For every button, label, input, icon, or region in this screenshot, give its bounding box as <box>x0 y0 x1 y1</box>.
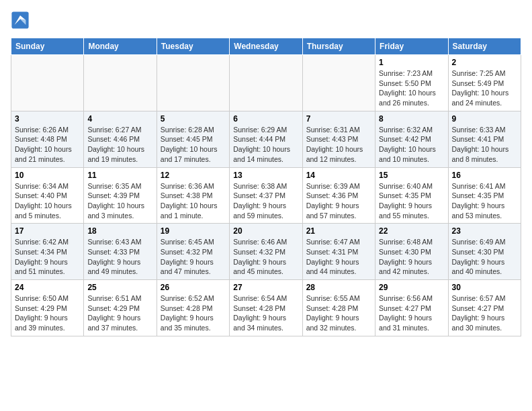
calendar-cell: 13Sunrise: 6:38 AM Sunset: 4:37 PM Dayli… <box>230 167 302 224</box>
weekday-header: Saturday <box>448 38 521 55</box>
calendar-week-row: 1Sunrise: 7:23 AM Sunset: 5:50 PM Daylig… <box>11 55 521 111</box>
calendar-cell: 9Sunrise: 6:33 AM Sunset: 4:41 PM Daylig… <box>448 111 521 167</box>
calendar-cell: 23Sunrise: 6:49 AM Sunset: 4:30 PM Dayli… <box>448 224 521 280</box>
calendar-cell: 30Sunrise: 6:57 AM Sunset: 4:27 PM Dayli… <box>448 280 521 336</box>
day-number: 3 <box>15 114 80 124</box>
day-info: Sunrise: 6:47 AM Sunset: 4:31 PM Dayligh… <box>306 237 371 277</box>
calendar-cell: 28Sunrise: 6:55 AM Sunset: 4:28 PM Dayli… <box>302 280 375 336</box>
day-number: 29 <box>379 283 444 292</box>
day-number: 12 <box>161 171 226 180</box>
day-number: 6 <box>233 114 298 124</box>
day-number: 4 <box>87 114 152 124</box>
calendar-week-row: 3Sunrise: 6:26 AM Sunset: 4:48 PM Daylig… <box>11 111 521 167</box>
calendar-cell: 21Sunrise: 6:47 AM Sunset: 4:31 PM Dayli… <box>302 224 375 280</box>
calendar-cell: 25Sunrise: 6:51 AM Sunset: 4:29 PM Dayli… <box>84 280 157 336</box>
calendar-cell: 4Sunrise: 6:27 AM Sunset: 4:46 PM Daylig… <box>84 111 157 167</box>
weekday-header: Friday <box>375 38 448 55</box>
day-info: Sunrise: 6:31 AM Sunset: 4:43 PM Dayligh… <box>306 125 371 165</box>
calendar-cell: 5Sunrise: 6:28 AM Sunset: 4:45 PM Daylig… <box>157 111 229 167</box>
day-info: Sunrise: 6:33 AM Sunset: 4:41 PM Dayligh… <box>452 125 517 165</box>
day-info: Sunrise: 6:48 AM Sunset: 4:30 PM Dayligh… <box>379 237 444 277</box>
day-number: 10 <box>15 171 80 180</box>
day-info: Sunrise: 6:35 AM Sunset: 4:39 PM Dayligh… <box>87 181 152 221</box>
calendar-cell: 16Sunrise: 6:41 AM Sunset: 4:35 PM Dayli… <box>448 167 521 224</box>
day-info: Sunrise: 6:43 AM Sunset: 4:33 PM Dayligh… <box>87 237 152 277</box>
calendar-table: SundayMondayTuesdayWednesdayThursdayFrid… <box>11 38 521 336</box>
day-info: Sunrise: 6:46 AM Sunset: 4:32 PM Dayligh… <box>233 237 298 277</box>
day-number: 21 <box>306 226 371 236</box>
day-number: 26 <box>161 283 226 292</box>
day-number: 15 <box>379 171 444 180</box>
day-info: Sunrise: 6:29 AM Sunset: 4:44 PM Dayligh… <box>233 125 298 165</box>
day-number: 18 <box>87 226 152 236</box>
calendar-cell: 10Sunrise: 6:34 AM Sunset: 4:40 PM Dayli… <box>11 167 84 224</box>
page-header <box>11 11 521 30</box>
calendar-cell: 24Sunrise: 6:50 AM Sunset: 4:29 PM Dayli… <box>11 280 84 336</box>
day-number: 9 <box>452 114 517 124</box>
day-number: 25 <box>87 283 152 292</box>
day-number: 1 <box>379 58 444 67</box>
day-info: Sunrise: 6:51 AM Sunset: 4:29 PM Dayligh… <box>87 293 152 333</box>
calendar-cell <box>230 55 302 111</box>
calendar-cell <box>11 55 84 111</box>
day-number: 30 <box>452 283 517 292</box>
calendar-cell: 7Sunrise: 6:31 AM Sunset: 4:43 PM Daylig… <box>302 111 375 167</box>
day-number: 20 <box>233 226 298 236</box>
day-number: 8 <box>379 114 444 124</box>
weekday-header: Wednesday <box>230 38 302 55</box>
day-info: Sunrise: 6:32 AM Sunset: 4:42 PM Dayligh… <box>379 125 444 165</box>
calendar-cell: 2Sunrise: 7:25 AM Sunset: 5:49 PM Daylig… <box>448 55 521 111</box>
day-info: Sunrise: 6:34 AM Sunset: 4:40 PM Dayligh… <box>15 181 80 221</box>
calendar-cell <box>84 55 157 111</box>
day-info: Sunrise: 7:25 AM Sunset: 5:49 PM Dayligh… <box>452 68 517 108</box>
day-number: 27 <box>233 283 298 292</box>
calendar-cell: 11Sunrise: 6:35 AM Sunset: 4:39 PM Dayli… <box>84 167 157 224</box>
day-info: Sunrise: 6:42 AM Sunset: 4:34 PM Dayligh… <box>15 237 80 277</box>
calendar-cell: 6Sunrise: 6:29 AM Sunset: 4:44 PM Daylig… <box>230 111 302 167</box>
day-info: Sunrise: 6:50 AM Sunset: 4:29 PM Dayligh… <box>15 293 80 333</box>
day-info: Sunrise: 6:39 AM Sunset: 4:36 PM Dayligh… <box>306 181 371 221</box>
calendar-cell: 19Sunrise: 6:45 AM Sunset: 4:32 PM Dayli… <box>157 224 229 280</box>
day-number: 11 <box>87 171 152 180</box>
day-number: 14 <box>306 171 371 180</box>
day-number: 13 <box>233 171 298 180</box>
day-number: 28 <box>306 283 371 292</box>
day-info: Sunrise: 6:57 AM Sunset: 4:27 PM Dayligh… <box>452 293 517 333</box>
svg-rect-0 <box>11 11 28 28</box>
weekday-header: Tuesday <box>157 38 229 55</box>
calendar-cell: 1Sunrise: 7:23 AM Sunset: 5:50 PM Daylig… <box>375 55 448 111</box>
calendar-cell: 8Sunrise: 6:32 AM Sunset: 4:42 PM Daylig… <box>375 111 448 167</box>
calendar-cell: 12Sunrise: 6:36 AM Sunset: 4:38 PM Dayli… <box>157 167 229 224</box>
day-number: 2 <box>452 58 517 67</box>
calendar-cell: 14Sunrise: 6:39 AM Sunset: 4:36 PM Dayli… <box>302 167 375 224</box>
day-number: 19 <box>161 226 226 236</box>
calendar-week-row: 17Sunrise: 6:42 AM Sunset: 4:34 PM Dayli… <box>11 224 521 280</box>
day-info: Sunrise: 6:27 AM Sunset: 4:46 PM Dayligh… <box>87 125 152 165</box>
day-info: Sunrise: 6:52 AM Sunset: 4:28 PM Dayligh… <box>161 293 226 333</box>
calendar-header-row: SundayMondayTuesdayWednesdayThursdayFrid… <box>11 38 521 55</box>
calendar-cell: 29Sunrise: 6:56 AM Sunset: 4:27 PM Dayli… <box>375 280 448 336</box>
logo <box>11 11 31 30</box>
calendar-cell <box>157 55 229 111</box>
day-number: 5 <box>161 114 226 124</box>
day-info: Sunrise: 6:56 AM Sunset: 4:27 PM Dayligh… <box>379 293 444 333</box>
day-info: Sunrise: 6:49 AM Sunset: 4:30 PM Dayligh… <box>452 237 517 277</box>
day-number: 16 <box>452 171 517 180</box>
calendar-cell: 18Sunrise: 6:43 AM Sunset: 4:33 PM Dayli… <box>84 224 157 280</box>
day-info: Sunrise: 6:28 AM Sunset: 4:45 PM Dayligh… <box>161 125 226 165</box>
calendar-week-row: 10Sunrise: 6:34 AM Sunset: 4:40 PM Dayli… <box>11 167 521 224</box>
calendar-cell: 20Sunrise: 6:46 AM Sunset: 4:32 PM Dayli… <box>230 224 302 280</box>
calendar-cell: 15Sunrise: 6:40 AM Sunset: 4:35 PM Dayli… <box>375 167 448 224</box>
calendar-cell: 27Sunrise: 6:54 AM Sunset: 4:28 PM Dayli… <box>230 280 302 336</box>
day-info: Sunrise: 6:41 AM Sunset: 4:35 PM Dayligh… <box>452 181 517 221</box>
day-info: Sunrise: 6:54 AM Sunset: 4:28 PM Dayligh… <box>233 293 298 333</box>
logo-icon <box>11 11 30 30</box>
day-info: Sunrise: 6:45 AM Sunset: 4:32 PM Dayligh… <box>161 237 226 277</box>
day-info: Sunrise: 7:23 AM Sunset: 5:50 PM Dayligh… <box>379 68 444 108</box>
day-number: 22 <box>379 226 444 236</box>
weekday-header: Thursday <box>302 38 375 55</box>
day-info: Sunrise: 6:55 AM Sunset: 4:28 PM Dayligh… <box>306 293 371 333</box>
day-number: 24 <box>15 283 80 292</box>
day-number: 17 <box>15 226 80 236</box>
calendar-cell: 22Sunrise: 6:48 AM Sunset: 4:30 PM Dayli… <box>375 224 448 280</box>
